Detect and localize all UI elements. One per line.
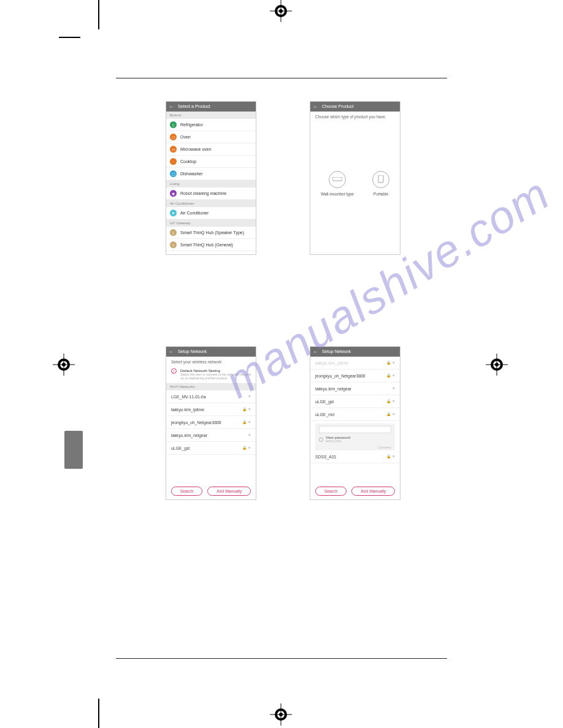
back-icon[interactable]: ← [169,347,174,357]
type-portable[interactable]: Portable [372,171,389,196]
lock-icon: 🔒 [242,420,247,425]
portable-unit-icon [372,171,389,188]
item-label: Oven [180,135,191,139]
item-label: Cooktop [180,159,196,164]
wifi-signal-icon: ▾ [248,433,251,438]
password-panel: View password WPA2-PSK Connect [315,423,395,450]
wifi-network-item[interactable]: LGE_MV-11-01-6a▾ [166,390,256,403]
default-network-sub: Select this item to connect to the selec… [180,373,252,380]
refrigerator-icon: ▯ [170,121,177,128]
product-item-hub-speaker[interactable]: ▯Smart ThinQ Hub (Speaker Type) [166,227,256,239]
password-input[interactable] [319,426,391,433]
divider [116,658,447,659]
wifi-network-item[interactable]: takkyu.kim_iptime🔒▾ [310,357,400,370]
product-item-robot[interactable]: ◉Robot cleaning machine [166,188,256,200]
item-label: Robot cleaning machine [180,191,226,195]
lock-icon: 🔒 [386,373,391,378]
hub-icon: ▯ [170,229,177,236]
wifi-network-item-selected[interactable]: uLGE_rnd🔒▾ [310,408,400,421]
wifi-network-item[interactable]: takkyu.kim_netgear▾ [310,382,400,395]
item-label: Smart ThinQ Hub (General) [180,243,233,247]
app-header: ← Choose Product [310,102,400,112]
crop-mark [59,37,80,38]
instruction-text: Choose which type of product you have. [310,112,400,122]
lock-icon: 🔒 [386,399,391,404]
wifi-network-item[interactable]: jeongkyu_oh_Netgear3800🔒▾ [310,370,400,382]
item-label: Microwave oven [180,147,212,151]
product-item-refrigerator[interactable]: ▯Refrigerator [166,119,256,131]
registration-mark-icon [53,354,75,376]
connect-button[interactable]: Connect [319,446,391,449]
registration-mark-icon [270,0,292,22]
ssid: takkyu.kim_netgear [171,433,207,438]
screenshot-setup-network-list: ← Setup Network Select your wireless net… [166,346,256,500]
product-item-hub-general[interactable]: ▯Smart ThinQ Hub (General) [166,239,256,251]
header-title: Choose Product [322,102,354,112]
product-item-oven[interactable]: ▢Oven [166,131,256,143]
ssid: jeongkyu_oh_Netgear3800 [315,374,366,378]
microwave-icon: ▭ [170,146,177,153]
wifi-signal-icon: ▾ [393,412,395,417]
cooktop-icon: ◦ [170,158,177,165]
oven-icon: ▢ [170,134,177,140]
back-icon[interactable]: ← [313,102,318,112]
wall-unit-icon [329,171,346,188]
lock-icon: 🔒 [242,446,247,450]
add-manually-button[interactable]: Add Manually [207,487,251,496]
category-label: Living [166,180,256,188]
ssid: uLGE_rnd [315,412,334,417]
wifi-network-item[interactable]: takkyu.kim_iptime🔒▾ [166,403,256,416]
product-item-dishwasher[interactable]: ▢Dishwasher [166,168,256,180]
header-title: Select a Product [178,102,210,112]
back-icon[interactable]: ← [313,347,318,357]
ssid: SDSS_A31 [315,455,336,459]
default-network-setting[interactable]: ✓ Default Network Setting Select this it… [166,365,256,383]
ssid: takkyu.kim_iptime [171,408,204,412]
wifi-signal-icon: ▾ [393,399,395,404]
wifi-signal-icon: ▾ [393,386,395,391]
default-network-title: Default Network Setting [180,368,252,373]
wifi-signal-icon: ▾ [248,394,251,399]
category-label: Air Conditioner [166,200,256,207]
ssid: takkyu.kim_iptime [315,361,348,365]
screenshot-choose-product: ← Choose Product Choose which type of pr… [310,101,400,255]
page-tab-marker [64,431,83,469]
item-label: Refrigerator [180,123,203,127]
product-item-ac[interactable]: ❄Air Conditioner [166,207,256,219]
wifi-list-header: Wi-Fi Networks [166,383,256,390]
ssid: uLGE_gst [315,400,334,404]
screenshot-setup-network-password: ← Setup Network takkyu.kim_iptime🔒▾ jeon… [310,346,400,500]
wifi-network-item[interactable]: uLGE_gst🔒▾ [166,442,256,455]
view-password-radio[interactable] [319,438,323,442]
wifi-network-item[interactable]: SDSS_A31🔒▾ [310,450,400,463]
type-wall-mounted[interactable]: Wall-mounted type [321,171,354,196]
product-item-cooktop[interactable]: ◦Cooktop [166,156,256,168]
category-label: IoT Gateway [166,219,256,227]
registration-mark-icon [486,354,508,376]
header-title: Setup Network [178,347,207,357]
back-icon[interactable]: ← [169,102,174,112]
wifi-signal-icon: ▾ [393,360,395,365]
screenshot-select-product: ← Select a Product Built-In ▯Refrigerato… [166,101,256,255]
app-header: ← Setup Network [166,347,256,357]
wifi-network-item[interactable]: jeongkyu_oh_Netgear3800🔒▾ [166,416,256,429]
item-label: Smart ThinQ Hub (Speaker Type) [180,230,244,235]
ssid: uLGE_gst [171,446,190,450]
search-button[interactable]: Search [315,487,347,496]
header-title: Setup Network [322,347,351,357]
category-label: Built-In [166,112,256,119]
lock-icon: 🔒 [386,360,391,365]
ssid: LGE_MV-11-01-6a [171,395,206,399]
manual-page: ← Select a Product Built-In ▯Refrigerato… [116,78,447,660]
search-button[interactable]: Search [171,487,203,496]
type-label: Wall-mounted type [321,192,354,196]
product-item-microwave[interactable]: ▭Microwave oven [166,143,256,156]
lock-icon: 🔒 [386,454,391,459]
add-manually-button[interactable]: Add Manually [351,487,395,496]
wifi-network-item[interactable]: uLGE_gst🔒▾ [310,395,400,408]
wifi-network-item[interactable]: takkyu.kim_netgear▾ [166,429,256,442]
type-label: Portable [372,192,389,196]
crop-mark [98,0,99,29]
wifi-select-label: Select your wireless network [166,357,256,365]
app-header: ← Setup Network [310,347,400,357]
